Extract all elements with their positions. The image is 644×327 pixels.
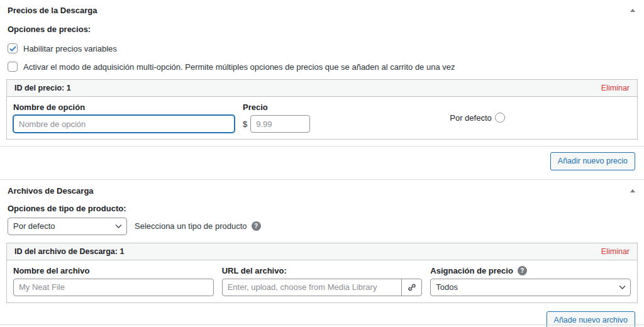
checkmark-icon (9, 46, 16, 52)
currency-symbol: $ (243, 119, 247, 129)
option-name-label: Nombre de opción (13, 103, 235, 112)
price-field-group: Precio $ (243, 103, 316, 133)
product-type-row: Por defecto Selecciona un tipo de produc… (0, 218, 644, 235)
price-assignment-label: Asignación de precio (430, 266, 513, 275)
pricing-options-label: Opciones de precios: (0, 25, 644, 34)
price-row-id: ID del precio: 1 (14, 84, 71, 92)
file-row-header: ID del archivo de Descarga: 1 Eliminar (7, 243, 637, 260)
option-name-field-group: Nombre de opción (13, 103, 235, 133)
help-icon[interactable]: ? (518, 266, 527, 275)
file-name-input[interactable] (13, 279, 214, 296)
variable-pricing-checkbox-label[interactable]: Habilitar precios variables (23, 44, 117, 53)
file-row-body: Nombre del archivo URL del archivo: (7, 260, 637, 302)
product-type-select[interactable]: Por defecto (8, 218, 127, 235)
default-price-group: Por defecto (324, 103, 631, 133)
price-input[interactable] (250, 115, 310, 133)
price-row-header: ID del precio: 1 Eliminar (7, 80, 637, 97)
price-label: Precio (243, 103, 316, 112)
price-row-remove-link[interactable]: Eliminar (601, 84, 630, 92)
help-icon[interactable]: ? (252, 221, 261, 231)
option-name-input[interactable] (13, 115, 235, 133)
price-assignment-field-group: Asignación de precio ? Todos (430, 266, 631, 296)
multi-option-checkbox-label[interactable]: Activar el modo de adquisición multi-opc… (23, 62, 455, 72)
price-row: ID del precio: 1 Eliminar Nombre de opci… (6, 79, 638, 140)
pricing-section-header: Precios de la Descarga (0, 0, 644, 15)
checkbox-checked-icon[interactable] (8, 43, 18, 53)
product-type-hint: Selecciona un tipo de producto (135, 221, 247, 231)
default-price-radio[interactable] (495, 113, 505, 123)
file-url-input[interactable] (222, 279, 402, 296)
files-section-title: Archivos de Descarga (8, 186, 94, 196)
link-icon (407, 282, 417, 292)
add-price-button[interactable]: Añadir nuevo precio (550, 152, 635, 170)
product-type-label: Opciones de tipo de producto: (0, 204, 644, 213)
default-price-label[interactable]: Por defecto (450, 113, 492, 123)
file-row: ID del archivo de Descarga: 1 Eliminar N… (6, 243, 638, 303)
price-assignment-select[interactable]: Todos (430, 279, 631, 296)
pricing-section-title: Precios de la Descarga (8, 6, 97, 15)
download-settings-panel: Precios de la Descarga Opciones de preci… (0, 0, 644, 327)
checkbox-unchecked-icon[interactable] (8, 62, 18, 72)
variable-pricing-checkbox-row[interactable]: Habilitar precios variables (0, 43, 644, 53)
bottom-divider (0, 324, 644, 325)
files-collapse-button[interactable] (629, 187, 636, 195)
file-row-id: ID del archivo de Descarga: 1 (14, 247, 124, 256)
file-url-label: URL del archivo: (222, 266, 423, 275)
pricing-collapse-button[interactable] (629, 6, 636, 14)
file-name-label: Nombre del archivo (13, 266, 214, 275)
file-row-remove-link[interactable]: Eliminar (601, 247, 630, 256)
files-section-header: Archivos de Descarga (0, 180, 644, 196)
price-row-body: Nombre de opción Precio $ Por defecto (7, 97, 637, 139)
file-url-field-group: URL del archivo: (222, 266, 423, 296)
multi-option-checkbox-row[interactable]: Activar el modo de adquisición multi-opc… (0, 62, 644, 72)
media-upload-button[interactable] (401, 279, 422, 296)
collapse-arrow-icon (630, 9, 635, 12)
file-name-field-group: Nombre del archivo (13, 266, 214, 296)
collapse-arrow-icon (630, 189, 635, 192)
